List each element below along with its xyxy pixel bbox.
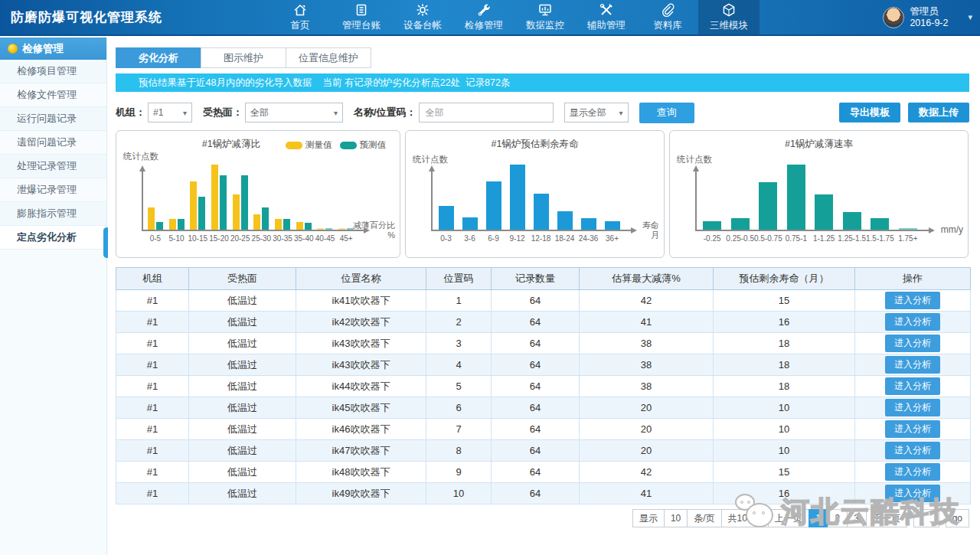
enter-analysis-button[interactable]: 进入分析 (885, 420, 940, 438)
enter-analysis-button[interactable]: 进入分析 (885, 442, 940, 459)
bar-group (553, 211, 577, 230)
surface-cell: 低温过 (189, 376, 296, 397)
search-button[interactable]: 查询 (639, 103, 694, 123)
bar-group (208, 165, 230, 230)
category-labels: -0.250.25-0.50.5-0.750.75-11-1.251.25-1.… (698, 234, 922, 243)
bar-group (754, 182, 782, 230)
nav-item-assist[interactable]: 辅助管理 (576, 0, 637, 34)
user-date: 2016-9-2 (910, 18, 948, 29)
unit-cell: #1 (116, 462, 189, 483)
enter-analysis-button[interactable]: 进入分析 (885, 399, 940, 416)
next-page-button[interactable]: 下一页 (866, 509, 907, 527)
sidebar-item-label: 膨胀指示管理 (17, 207, 77, 220)
user-box[interactable]: 管理员 2016-9-2 ▾ (883, 6, 980, 29)
enter-analysis-button[interactable]: 进入分析 (885, 356, 940, 374)
bar (731, 218, 750, 230)
pagination: 显示10条/页共104条上一页123下一页go (116, 509, 969, 527)
enter-analysis-button[interactable]: 进入分析 (885, 313, 940, 331)
category-labels: 0-33-66-99-1212-1818-2424-3636+ (434, 234, 624, 243)
nav-item-library[interactable]: 资料库 (637, 0, 698, 34)
chevron-down-icon[interactable]: ▾ (968, 12, 972, 22)
surface-cell: 低温过 (189, 440, 296, 462)
bar-group (727, 218, 755, 230)
enter-analysis-button[interactable]: 进入分析 (885, 463, 940, 481)
enter-analysis-button[interactable]: 进入分析 (885, 377, 940, 395)
bar (325, 228, 332, 230)
column-header: 操作 (855, 268, 971, 290)
enter-analysis-button[interactable]: 进入分析 (885, 485, 940, 502)
sidebar-item-degradation[interactable]: 定点劣化分析 (0, 226, 106, 250)
bar-groups (698, 166, 922, 230)
action-cell: 进入分析 (855, 376, 971, 397)
thin-cell: 38 (580, 354, 714, 376)
x-axis (431, 230, 635, 231)
sidebar-item-burst-record[interactable]: 泄爆记录管理 (0, 178, 106, 202)
unit-cell: #1 (116, 312, 189, 333)
page-button-2[interactable]: 2 (828, 509, 848, 527)
sidebar-item-handle-record[interactable]: 处理记录管理 (0, 155, 106, 178)
name-cell: ik43吹吹器下 (296, 333, 426, 354)
enter-analysis-button[interactable]: 进入分析 (885, 292, 940, 309)
code-cell: 8 (426, 440, 492, 462)
show-all-select[interactable]: 显示全部 ▾ (564, 103, 629, 122)
category-label: 5-10 (166, 234, 188, 243)
name-code-input[interactable]: 全部 (419, 103, 554, 122)
nav-item-home[interactable]: 首页 (270, 0, 331, 34)
surface-select[interactable]: 全部 ▾ (245, 103, 343, 122)
data-upload-button[interactable]: 数据上传 (908, 103, 969, 122)
go-button[interactable]: go (946, 509, 969, 527)
page-jump-input[interactable] (913, 509, 939, 527)
nav-item-maintenance[interactable]: 检修管理 (453, 0, 514, 34)
column-header: 记录数量 (492, 268, 580, 290)
nav-item-threed[interactable]: 三维模块 (698, 0, 760, 34)
nav-item-equipment[interactable]: 设备台帐 (392, 0, 453, 34)
avatar[interactable] (883, 7, 904, 28)
sidebar-item-project[interactable]: 检修项目管理 (0, 60, 106, 83)
bar (317, 228, 324, 230)
tab-position[interactable]: 位置信息维护 (286, 47, 371, 68)
sidebar-header: 检修管理 (0, 38, 106, 60)
sidebar-item-legacy-issue[interactable]: 遗留问题记录 (0, 131, 106, 155)
unit-label: 机组： (116, 106, 145, 119)
bar-group (866, 218, 894, 230)
sidebar-items: 检修项目管理检修文件管理运行问题记录遗留问题记录处理记录管理泄爆记录管理膨胀指示… (0, 60, 106, 250)
bar (220, 175, 227, 230)
surface-cell: 低温过 (189, 397, 296, 419)
unit-select[interactable]: #1 ▾ (148, 103, 192, 122)
sidebar-item-file[interactable]: 检修文件管理 (0, 83, 106, 107)
prev-page-button[interactable]: 上一页 (768, 509, 809, 527)
code-cell: 9 (426, 462, 492, 483)
enter-analysis-button[interactable]: 进入分析 (885, 335, 940, 352)
bar-group (698, 221, 727, 230)
category-label: 1.25-1.5 (838, 234, 866, 243)
export-template-button[interactable]: 导出模板 (839, 103, 900, 122)
sidebar-item-expansion[interactable]: 膨胀指示管理 (0, 202, 106, 226)
info-bar: 预估结果基于近48月内的的劣化导入数据 当前 有记录的炉劣化分析点22处 记录8… (116, 73, 969, 92)
bar (439, 206, 454, 230)
bar-group (577, 218, 600, 230)
page-button-1[interactable]: 1 (808, 509, 828, 527)
count-cell: 64 (492, 462, 580, 483)
tab-analysis[interactable]: 劣化分析 (116, 47, 201, 68)
life-cell: 15 (714, 290, 855, 312)
code-cell: 6 (426, 397, 492, 419)
bar-group (335, 228, 357, 230)
nav-item-monitor[interactable]: 数据监控 (514, 0, 576, 34)
unit-cell: #1 (116, 354, 189, 376)
category-label: 9-12 (505, 234, 529, 243)
table-row: #1低温过ik48吹吹器下9644215进入分析 (116, 462, 971, 483)
nav-item-label: 设备台帐 (403, 19, 442, 32)
sidebar-item-run-issue[interactable]: 运行问题记录 (0, 107, 106, 131)
life-cell: 18 (714, 333, 855, 354)
category-label: 1-1.25 (810, 234, 838, 243)
table-row: #1低温过ik49吹吹器下10644116进入分析 (116, 483, 971, 504)
nav-item-ledger[interactable]: 管理台账 (331, 0, 392, 34)
tab-diagram[interactable]: 图示维护 (201, 47, 286, 68)
top-bar: 防磨防爆可视化管理系统 首页管理台账设备台帐检修管理数据监控辅助管理资料库三维模… (0, 0, 980, 36)
thin-cell: 41 (580, 312, 714, 333)
bar (815, 194, 833, 230)
y-axis (142, 168, 143, 231)
surface-cell: 低温过 (189, 483, 296, 504)
page-button-3[interactable]: 3 (847, 509, 867, 527)
page-size-value[interactable]: 10 (664, 509, 688, 527)
